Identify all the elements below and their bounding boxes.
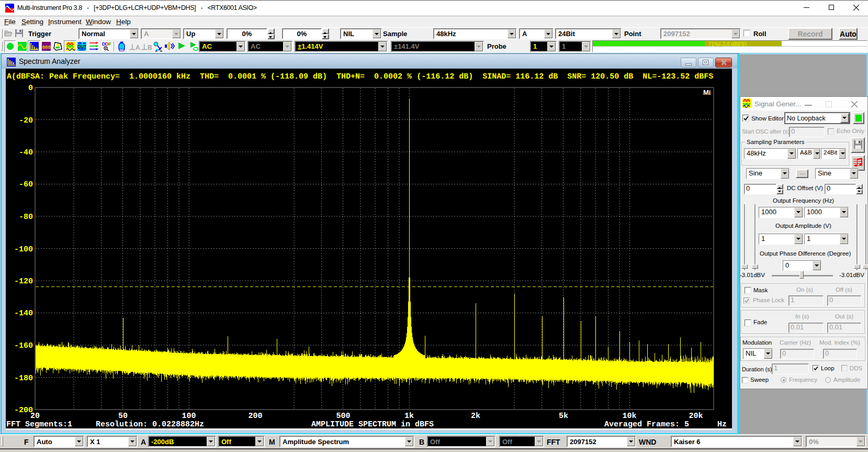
svg-text:-120: -120: [14, 277, 33, 286]
svg-text:-140: -140: [14, 309, 33, 318]
svg-text:A(dBFSA: Peak Frequency= 1.00: A(dBFSA: Peak Frequency= 1.0000160 kHz T…: [7, 72, 713, 81]
svg-text:5k: 5k: [559, 412, 568, 421]
svg-text:500: 500: [336, 412, 350, 421]
svg-text:-80: -80: [19, 213, 33, 222]
svg-text:20: 20: [30, 412, 40, 421]
svg-text:200: 200: [248, 412, 262, 421]
svg-text:-180: -180: [14, 374, 33, 383]
svg-text:-40: -40: [19, 148, 33, 157]
svg-text:Averaged Frames: 5: Averaged Frames: 5: [604, 420, 689, 428]
svg-text:2k: 2k: [471, 412, 480, 421]
svg-text:ooo: ooo: [79, 48, 85, 51]
svg-text:1k: 1k: [404, 412, 414, 421]
svg-text:10k: 10k: [622, 412, 636, 421]
svg-text:AMPLITUDE SPECTRUM in dBFS: AMPLITUDE SPECTRUM in dBFS: [311, 420, 434, 428]
svg-text:Hz: Hz: [717, 420, 727, 428]
svg-text:100: 100: [182, 412, 196, 421]
svg-text:Mi: Mi: [703, 89, 711, 96]
svg-text:0: 0: [28, 84, 33, 93]
svg-text:50: 50: [118, 412, 128, 421]
svg-text:-20: -20: [19, 116, 33, 125]
svg-text:FFT Segments:1: FFT Segments:1: [6, 420, 72, 428]
svg-text:-60: -60: [19, 180, 33, 189]
svg-text:888: 888: [42, 45, 51, 50]
svg-text:Resolution: 0.0228882Hz: Resolution: 0.0228882Hz: [96, 420, 204, 428]
svg-text:20k: 20k: [689, 412, 703, 421]
svg-text:-100: -100: [14, 245, 33, 254]
svg-text:-160: -160: [14, 341, 33, 350]
svg-text:P: P: [108, 42, 111, 47]
